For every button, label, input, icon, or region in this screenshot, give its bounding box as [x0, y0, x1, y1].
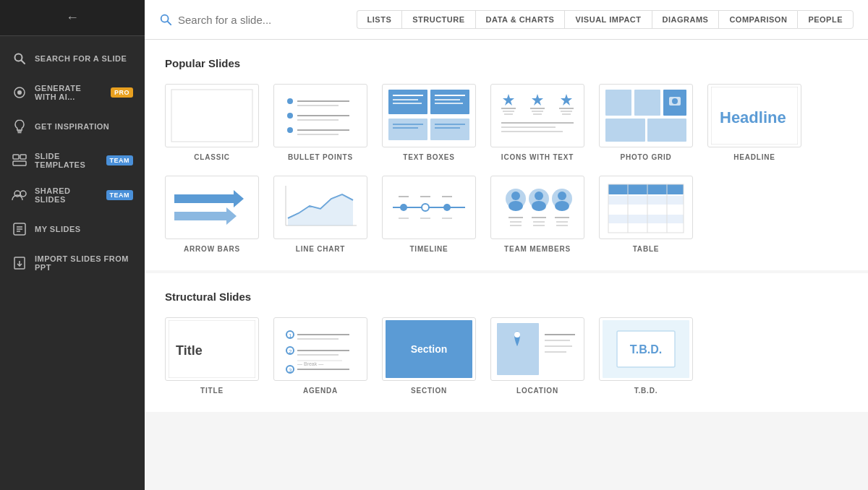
- slide-text-boxes[interactable]: TEXT BOXES: [382, 84, 476, 161]
- slide-thumb-section: Section: [382, 317, 476, 381]
- slide-label-text-boxes: TEXT BOXES: [403, 153, 454, 161]
- svg-rect-111: [608, 196, 684, 205]
- slide-label-icons-with-text: ICONS WITH TEXT: [501, 153, 574, 161]
- slide-thumb-photo-grid: [599, 84, 693, 147]
- sidebar: ← Search for a Slide Generate with AI...: [0, 0, 145, 490]
- svg-point-22: [287, 98, 293, 104]
- svg-point-93: [509, 201, 523, 211]
- section-popular: Popular Slides CLASSIC: [145, 40, 868, 270]
- svg-rect-112: [608, 205, 684, 214]
- svg-text:3: 3: [289, 367, 292, 374]
- slide-location[interactable]: LOCATION: [490, 317, 584, 395]
- sidebar-item-label-search: Search for a Slide: [35, 54, 127, 63]
- search-input[interactable]: [178, 14, 348, 26]
- svg-point-28: [287, 127, 293, 133]
- sidebar-item-templates[interactable]: Slide Templates TEAM: [0, 143, 145, 178]
- slide-thumb-agenda: 1 2 — Break — 3: [273, 317, 367, 381]
- sidebar-item-myslides[interactable]: My Slides: [0, 212, 145, 246]
- slide-label-line-chart: LINE CHART: [296, 245, 346, 253]
- svg-rect-138: [497, 323, 539, 375]
- svg-text:T.B.D.: T.B.D.: [630, 343, 662, 356]
- slide-thumb-title: Title: [165, 317, 259, 381]
- sidebar-item-search[interactable]: Search for a Slide: [0, 42, 145, 75]
- slide-tbd[interactable]: T.B.D. T.B.D.: [599, 317, 693, 395]
- svg-text:Headline: Headline: [720, 108, 786, 126]
- tab-comparison[interactable]: COMPARISON: [718, 10, 797, 29]
- back-icon[interactable]: ←: [66, 10, 79, 25]
- slide-table[interactable]: TABLE: [599, 176, 693, 253]
- slide-classic[interactable]: CLASSIC: [165, 84, 259, 161]
- svg-rect-33: [430, 90, 469, 114]
- svg-point-96: [532, 201, 546, 211]
- svg-rect-113: [608, 215, 684, 223]
- slide-agenda[interactable]: 1 2 — Break — 3: [273, 317, 367, 395]
- svg-point-99: [555, 201, 569, 211]
- sidebar-item-generate[interactable]: Generate with AI... PRO: [0, 75, 145, 110]
- slide-section[interactable]: Section SECTION: [382, 317, 476, 395]
- slide-thumb-arrow-bars: [165, 176, 259, 239]
- slide-label-team-members: TEAM MEMBERS: [504, 245, 571, 253]
- svg-rect-32: [388, 90, 427, 114]
- ai-icon: [12, 85, 27, 100]
- slide-thumb-text-boxes: [382, 84, 476, 147]
- shared-icon: [12, 187, 27, 203]
- sidebar-header[interactable]: ←: [0, 0, 145, 36]
- slide-label-photo-grid: PHOTO GRID: [620, 153, 671, 161]
- team-badge-templates: TEAM: [106, 155, 134, 166]
- team-badge-shared: TEAM: [106, 190, 134, 200]
- tab-lists[interactable]: LISTS: [357, 10, 402, 29]
- svg-point-82: [422, 204, 429, 211]
- tab-structure[interactable]: STRUCTURE: [401, 10, 475, 29]
- svg-rect-64: [634, 90, 660, 116]
- slide-thumb-icons-with-text: [490, 84, 584, 147]
- slide-bullet-points[interactable]: BULLET POINTS: [273, 84, 367, 161]
- slide-label-headline: HEADLINE: [733, 153, 775, 161]
- popular-slides-grid: CLASSIC: [165, 84, 848, 253]
- slide-icons-with-text[interactable]: ICONS WITH TEXT: [490, 84, 584, 161]
- slide-label-tbd: T.B.D.: [634, 387, 658, 395]
- myslides-icon: [12, 221, 27, 237]
- slide-line-chart[interactable]: LINE CHART: [273, 176, 367, 253]
- svg-rect-6: [13, 155, 19, 159]
- structural-slides-grid: Title TITLE 1: [165, 317, 848, 395]
- sidebar-item-shared[interactable]: Shared Slides TEAM: [0, 178, 145, 212]
- tab-visual-impact[interactable]: VISUAL IMPACT: [564, 10, 651, 29]
- filter-tabs: LISTS STRUCTURE DATA & CHARTS VISUAL IMP…: [357, 10, 854, 29]
- svg-point-95: [535, 192, 543, 200]
- svg-text:2: 2: [289, 348, 292, 355]
- pro-badge: PRO: [111, 87, 133, 98]
- slide-label-classic: CLASSIC: [194, 153, 230, 161]
- slide-label-arrow-bars: ARROW BARS: [184, 245, 240, 253]
- tab-people[interactable]: PEOPLE: [797, 10, 854, 29]
- slide-timeline[interactable]: TIMELINE: [382, 176, 476, 253]
- tab-data-charts[interactable]: DATA & CHARTS: [475, 10, 565, 29]
- sidebar-item-label-inspiration: Get Inspiration: [35, 122, 109, 131]
- sidebar-item-label-templates: Slide Templates: [35, 152, 96, 169]
- slide-label-title: TITLE: [200, 387, 224, 395]
- tab-diagrams[interactable]: DIAGRAMS: [652, 10, 719, 29]
- main-area: LISTS STRUCTURE DATA & CHARTS VISUAL IMP…: [145, 0, 868, 490]
- svg-rect-20: [171, 90, 252, 142]
- svg-text:Title: Title: [176, 343, 203, 358]
- svg-rect-8: [13, 161, 26, 166]
- slide-arrow-bars[interactable]: ARROW BARS: [165, 176, 259, 253]
- svg-rect-69: [647, 119, 686, 142]
- svg-text:Section: Section: [411, 343, 448, 355]
- sidebar-item-import[interactable]: Import Slides from PPT: [0, 246, 145, 280]
- slide-headline[interactable]: Headline HEADLINE: [707, 84, 801, 161]
- sidebar-item-label-myslides: My Slides: [35, 225, 81, 233]
- slide-title[interactable]: Title TITLE: [165, 317, 259, 395]
- svg-rect-63: [605, 90, 631, 116]
- svg-point-11: [20, 191, 26, 197]
- slide-thumb-bullet-points: [273, 84, 367, 147]
- sidebar-item-inspiration[interactable]: Get Inspiration: [0, 110, 145, 143]
- slide-team-members[interactable]: TEAM MEMBERS: [490, 176, 584, 253]
- sidebar-item-label-shared: Shared Slides: [35, 186, 96, 204]
- svg-rect-7: [20, 155, 26, 159]
- slide-label-table: TABLE: [633, 245, 660, 253]
- slide-label-timeline: TIMELINE: [409, 245, 448, 253]
- slide-thumb-team-members: [490, 176, 584, 239]
- slide-photo-grid[interactable]: PHOTO GRID: [599, 84, 693, 161]
- slide-label-section: SECTION: [411, 387, 447, 395]
- sidebar-nav: Search for a Slide Generate with AI... P…: [0, 36, 145, 280]
